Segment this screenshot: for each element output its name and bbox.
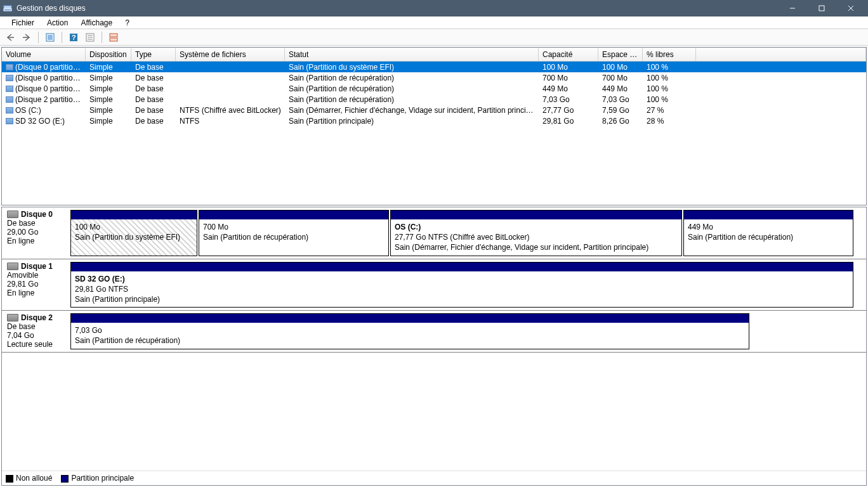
forward-button[interactable]: [19, 30, 34, 44]
volume-icon: [6, 86, 13, 92]
col-capacity[interactable]: Capacité: [539, 48, 598, 61]
legend-unallocated: Non alloué: [16, 474, 52, 483]
menubar: Fichier Action Affichage ?: [0, 16, 868, 29]
partition[interactable]: 449 MoSain (Partition de récupération): [683, 210, 853, 256]
legend: Non alloué Partition principale: [2, 471, 866, 485]
svg-rect-3: [819, 6, 824, 11]
volume-free: 8,26 Go: [598, 116, 643, 126]
col-disposition[interactable]: Disposition: [86, 48, 131, 61]
volume-row[interactable]: (Disque 0 partition...SimpleDe baseSain …: [2, 72, 866, 83]
volume-pct: 100 %: [643, 84, 696, 94]
disk-row: Disque 1Amovible29,81 GoEn ligneSD 32 GO…: [2, 259, 866, 311]
disk-status: En ligne: [7, 237, 65, 245]
volume-fs: NTFS (Chiffré avec BitLocker): [176, 105, 285, 115]
menu-view[interactable]: Affichage: [74, 17, 119, 29]
volume-type: De base: [131, 62, 176, 72]
col-status[interactable]: Statut: [285, 48, 539, 61]
volume-capacity: 27,77 Go: [539, 105, 598, 115]
app-icon: [3, 3, 13, 13]
volume-row[interactable]: (Disque 0 partition...SimpleDe baseSain …: [2, 83, 866, 94]
disk-size: 29,00 Go: [7, 228, 65, 237]
partition-stripe: [199, 211, 388, 219]
partition-size: 7,03 Go: [75, 325, 745, 335]
disk-label[interactable]: Disque 0De base29,00 GoEn ligne: [2, 207, 70, 259]
volume-capacity: 700 Mo: [539, 73, 598, 83]
back-button[interactable]: [3, 30, 18, 44]
col-freespace[interactable]: Espace li...: [598, 48, 643, 61]
disk-icon: [7, 314, 18, 321]
refresh-button[interactable]: [43, 30, 58, 44]
volume-icon: [6, 75, 13, 81]
volume-pct: 100 %: [643, 94, 696, 105]
volume-fs: [176, 67, 285, 68]
disk-label[interactable]: Disque 1Amovible29,81 GoEn ligne: [2, 259, 70, 311]
properties-button[interactable]: [82, 30, 98, 44]
volume-free: 100 Mo: [598, 62, 643, 72]
partition-size: 700 Mo: [203, 222, 385, 232]
menu-action[interactable]: Action: [41, 17, 74, 29]
volume-row[interactable]: SD 32 GO (E:)SimpleDe baseNTFSSain (Part…: [2, 115, 866, 126]
volume-pct: 27 %: [643, 105, 696, 115]
partition[interactable]: 100 MoSain (Partition du système EFI): [70, 210, 197, 256]
volume-fs: [176, 99, 285, 100]
disk-label[interactable]: Disque 2De base7,04 GoLecture seule: [2, 311, 70, 351]
partition[interactable]: 7,03 GoSain (Partition de récupération): [70, 313, 749, 349]
col-filesystem[interactable]: Système de fichiers: [176, 48, 285, 61]
minimize-button[interactable]: [778, 0, 807, 16]
volume-icon: [6, 118, 13, 124]
volume-row[interactable]: (Disque 0 partition...SimpleDe baseSain …: [2, 62, 866, 72]
volume-row[interactable]: OS (C:)SimpleDe baseNTFS (Chiffré avec B…: [2, 105, 866, 115]
volume-status: Sain (Partition de récupération): [285, 73, 539, 83]
view-button[interactable]: [106, 30, 121, 44]
legend-swatch-primary: [61, 475, 69, 483]
partition[interactable]: 700 MoSain (Partition de récupération): [199, 210, 389, 256]
partition-status: Sain (Partition du système EFI): [75, 232, 193, 242]
volume-icon: [6, 107, 13, 114]
col-pctfree[interactable]: % libres: [643, 48, 696, 61]
volume-name: OS (C:): [15, 106, 41, 115]
close-button[interactable]: [836, 0, 865, 16]
titlebar: Gestion des disques: [0, 0, 868, 16]
partition-size: 100 Mo: [75, 222, 193, 232]
disk-type: De base: [7, 322, 65, 331]
partitions-container: SD 32 GO (E:)29,81 Go NTFSSain (Partitio…: [70, 259, 866, 311]
menu-help[interactable]: ?: [119, 17, 136, 29]
partition[interactable]: SD 32 GO (E:)29,81 Go NTFSSain (Partitio…: [70, 262, 853, 308]
volume-row[interactable]: (Disque 2 partition...SimpleDe baseSain …: [2, 94, 866, 105]
svg-rect-16: [110, 34, 117, 37]
disks-graphical[interactable]: Disque 0De base29,00 GoEn ligne100 MoSai…: [1, 207, 867, 486]
partition-status: Sain (Partition principale): [75, 294, 849, 304]
menu-file[interactable]: Fichier: [5, 17, 41, 29]
partitions-container: 7,03 GoSain (Partition de récupération): [70, 311, 866, 351]
col-type[interactable]: Type: [131, 48, 176, 61]
svg-rect-1: [4, 9, 11, 11]
volume-free: 7,59 Go: [598, 105, 643, 115]
partitions-container: 100 MoSain (Partition du système EFI)700…: [70, 207, 866, 259]
col-volume[interactable]: Volume: [2, 48, 86, 61]
volume-type: De base: [131, 73, 176, 83]
partition[interactable]: OS (C:)27,77 Go NTFS (Chiffré avec BitLo…: [390, 210, 682, 256]
volumes-header: Volume Disposition Type Système de fichi…: [2, 48, 866, 62]
volume-pct: 100 %: [643, 62, 696, 72]
volume-disposition: Simple: [86, 116, 131, 126]
volume-type: De base: [131, 116, 176, 126]
volume-status: Sain (Démarrer, Fichier d'échange, Vidag…: [285, 105, 539, 115]
volume-name: (Disque 0 partition...: [15, 63, 83, 72]
svg-rect-9: [48, 35, 53, 40]
partition-stripe: [71, 211, 197, 219]
svg-rect-17: [110, 38, 117, 41]
volume-disposition: Simple: [86, 94, 131, 105]
volume-capacity: 100 Mo: [539, 62, 598, 72]
volume-name: (Disque 2 partition...: [15, 95, 83, 104]
legend-swatch-unallocated: [6, 475, 13, 483]
legend-primary: Partition principale: [71, 474, 134, 483]
volume-fs: [176, 88, 285, 89]
maximize-button[interactable]: [807, 0, 836, 16]
volumes-list[interactable]: Volume Disposition Type Système de fichi…: [1, 47, 867, 205]
help-button-toolbar[interactable]: ?: [66, 30, 81, 44]
partition-stripe: [71, 263, 853, 271]
volume-capacity: 7,03 Go: [539, 94, 598, 105]
partition-status: Sain (Partition de récupération): [688, 232, 849, 242]
volume-capacity: 29,81 Go: [539, 116, 598, 126]
disk-type: Amovible: [7, 271, 65, 280]
